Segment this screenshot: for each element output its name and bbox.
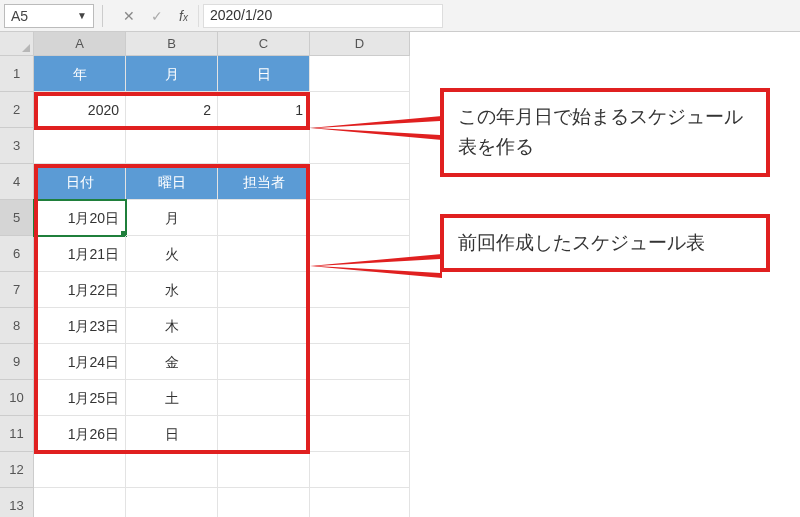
col-header-b[interactable]: B xyxy=(126,32,218,56)
cell-c8[interactable] xyxy=(218,308,310,344)
row-header[interactable]: 4 xyxy=(0,164,34,200)
cell-b1[interactable]: 月 xyxy=(126,56,218,92)
cancel-icon[interactable]: ✕ xyxy=(119,8,139,24)
cell-d13[interactable] xyxy=(310,488,410,517)
formula-value: 2020/1/20 xyxy=(210,7,272,23)
fx-icon[interactable]: fx xyxy=(179,8,188,24)
cell-d10[interactable] xyxy=(310,380,410,416)
cell-c2[interactable]: 1 xyxy=(218,92,310,128)
cell-b7[interactable]: 水 xyxy=(126,272,218,308)
cell-a1[interactable]: 年 xyxy=(34,56,126,92)
cell-b12[interactable] xyxy=(126,452,218,488)
col-header-a[interactable]: A xyxy=(34,32,126,56)
cell-d5[interactable] xyxy=(310,200,410,236)
cell-c9[interactable] xyxy=(218,344,310,380)
row-header[interactable]: 6 xyxy=(0,236,34,272)
callout-text: 前回作成したスケジュール表 xyxy=(458,232,705,253)
cell-c4[interactable]: 担当者 xyxy=(218,164,310,200)
name-box-value: A5 xyxy=(11,8,28,24)
row-header[interactable]: 13 xyxy=(0,488,34,517)
name-box[interactable]: A5 ▼ xyxy=(4,4,94,28)
row-header[interactable]: 5 xyxy=(0,200,34,236)
cell-d9[interactable] xyxy=(310,344,410,380)
cell-a4[interactable]: 日付 xyxy=(34,164,126,200)
row-header[interactable]: 10 xyxy=(0,380,34,416)
cell-a13[interactable] xyxy=(34,488,126,517)
cell-b5[interactable]: 月 xyxy=(126,200,218,236)
cell-d3[interactable] xyxy=(310,128,410,164)
cell-a10[interactable]: 1月25日 xyxy=(34,380,126,416)
cell-d8[interactable] xyxy=(310,308,410,344)
col-header-c[interactable]: C xyxy=(218,32,310,56)
annotation-callout-1: この年月日で始まるスケジュール表を作る xyxy=(440,88,770,177)
cell-b4[interactable]: 曜日 xyxy=(126,164,218,200)
cell-d2[interactable] xyxy=(310,92,410,128)
col-header-d[interactable]: D xyxy=(310,32,410,56)
cell-b11[interactable]: 日 xyxy=(126,416,218,452)
row-header[interactable]: 12 xyxy=(0,452,34,488)
cell-d6[interactable] xyxy=(310,236,410,272)
cell-c3[interactable] xyxy=(218,128,310,164)
row-header[interactable]: 3 xyxy=(0,128,34,164)
cell-c1[interactable]: 日 xyxy=(218,56,310,92)
cell-b8[interactable]: 木 xyxy=(126,308,218,344)
cell-d4[interactable] xyxy=(310,164,410,200)
row-header[interactable]: 2 xyxy=(0,92,34,128)
row-header[interactable]: 9 xyxy=(0,344,34,380)
cell-a8[interactable]: 1月23日 xyxy=(34,308,126,344)
separator xyxy=(198,5,199,27)
cell-c7[interactable] xyxy=(218,272,310,308)
cell-c5[interactable] xyxy=(218,200,310,236)
cell-a7[interactable]: 1月22日 xyxy=(34,272,126,308)
cell-a5[interactable]: 1月20日 xyxy=(34,200,126,236)
accept-icon[interactable]: ✓ xyxy=(147,8,167,24)
spreadsheet-grid: A B C D 1 年 月 日 2 2020 2 1 3 4 日付 曜日 担当者… xyxy=(0,32,800,517)
cell-b2[interactable]: 2 xyxy=(126,92,218,128)
cell-b9[interactable]: 金 xyxy=(126,344,218,380)
cell-c11[interactable] xyxy=(218,416,310,452)
cell-d1[interactable] xyxy=(310,56,410,92)
row-header[interactable]: 8 xyxy=(0,308,34,344)
select-all-corner[interactable] xyxy=(0,32,34,56)
separator xyxy=(102,5,103,27)
cell-a11[interactable]: 1月26日 xyxy=(34,416,126,452)
cell-d7[interactable] xyxy=(310,272,410,308)
annotation-callout-2: 前回作成したスケジュール表 xyxy=(440,214,770,272)
cell-b3[interactable] xyxy=(126,128,218,164)
cell-b6[interactable]: 火 xyxy=(126,236,218,272)
cell-a2[interactable]: 2020 xyxy=(34,92,126,128)
cell-b13[interactable] xyxy=(126,488,218,517)
row-header[interactable]: 11 xyxy=(0,416,34,452)
cell-c13[interactable] xyxy=(218,488,310,517)
cell-a6[interactable]: 1月21日 xyxy=(34,236,126,272)
cell-a9[interactable]: 1月24日 xyxy=(34,344,126,380)
chevron-down-icon[interactable]: ▼ xyxy=(77,10,87,21)
cell-c6[interactable] xyxy=(218,236,310,272)
row-header[interactable]: 1 xyxy=(0,56,34,92)
cell-a12[interactable] xyxy=(34,452,126,488)
cell-d12[interactable] xyxy=(310,452,410,488)
cell-d11[interactable] xyxy=(310,416,410,452)
cell-c12[interactable] xyxy=(218,452,310,488)
cell-a3[interactable] xyxy=(34,128,126,164)
row-header[interactable]: 7 xyxy=(0,272,34,308)
formula-bar: A5 ▼ ✕ ✓ fx 2020/1/20 xyxy=(0,0,800,32)
cell-c10[interactable] xyxy=(218,380,310,416)
callout-text: この年月日で始まるスケジュール表を作る xyxy=(458,106,743,157)
formula-input[interactable]: 2020/1/20 xyxy=(203,4,443,28)
cell-b10[interactable]: 土 xyxy=(126,380,218,416)
